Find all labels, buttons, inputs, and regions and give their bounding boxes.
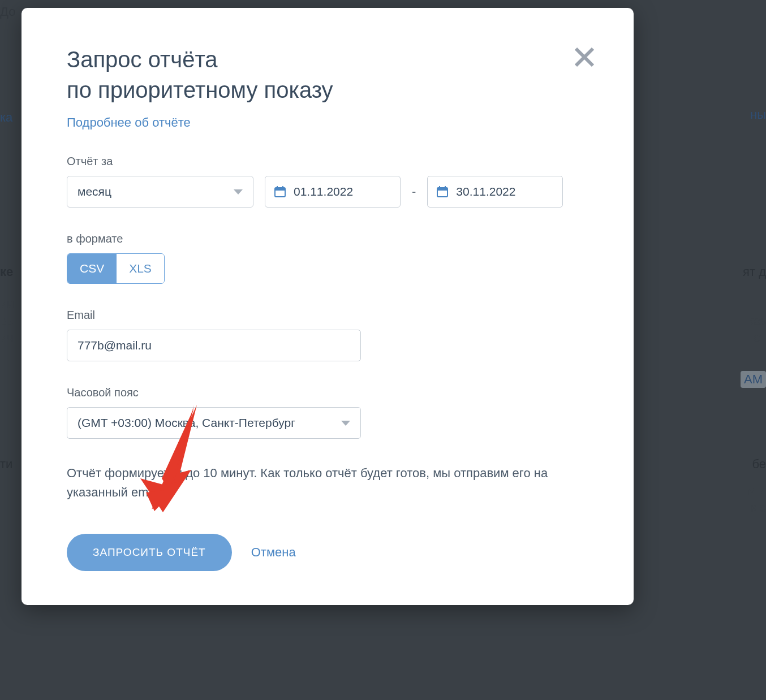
info-text: Отчёт формируется до 10 минут. Как тольк…	[67, 464, 588, 502]
email-value: 777b@mail.ru	[78, 339, 152, 352]
modal-title-line1: Запрос отчёта	[67, 47, 218, 72]
period-unit-select[interactable]: месяц	[67, 176, 253, 208]
svg-rect-5	[282, 186, 283, 189]
date-from-value: 01.11.2022	[294, 185, 353, 198]
svg-rect-3	[275, 188, 285, 191]
date-to-value: 30.11.2022	[456, 185, 515, 198]
modal-title: Запрос отчёта по приоритетному показу	[67, 44, 588, 105]
date-from-input[interactable]: 01.11.2022	[265, 176, 401, 208]
email-label: Email	[67, 309, 588, 322]
svg-rect-9	[445, 186, 446, 189]
timezone-label: Часовой пояс	[67, 386, 588, 399]
calendar-icon	[274, 186, 286, 197]
period-unit-value: месяц	[78, 185, 111, 198]
format-csv-option[interactable]: CSV	[67, 254, 117, 283]
close-button[interactable]	[570, 43, 599, 71]
format-xls-option[interactable]: XLS	[117, 254, 164, 283]
timezone-select[interactable]: (GMT +03:00) Москва, Санкт-Петербург	[67, 407, 361, 439]
date-to-input[interactable]: 30.11.2022	[427, 176, 563, 208]
request-report-button[interactable]: ЗАПРОСИТЬ ОТЧЁТ	[67, 534, 232, 571]
calendar-icon	[437, 186, 448, 197]
period-row: месяц 01.11.2022 - 30.11.2022	[67, 176, 588, 208]
chevron-down-icon	[341, 421, 350, 426]
period-label: Отчёт за	[67, 155, 588, 168]
svg-rect-8	[439, 186, 440, 189]
modal-title-line2: по приоритетному показу	[67, 77, 333, 102]
svg-rect-4	[277, 186, 278, 189]
more-about-report-link[interactable]: Подробнее об отчёте	[67, 115, 191, 129]
email-input[interactable]: 777b@mail.ru	[67, 330, 361, 361]
request-report-modal: Запрос отчёта по приоритетному показу По…	[21, 8, 634, 605]
close-icon	[573, 46, 596, 68]
actions-row: ЗАПРОСИТЬ ОТЧЁТ Отмена	[67, 534, 588, 571]
format-label: в формате	[67, 232, 588, 245]
date-range-dash: -	[412, 184, 416, 199]
svg-rect-7	[437, 188, 447, 191]
format-toggle: CSV XLS	[67, 253, 165, 284]
cancel-link[interactable]: Отмена	[251, 545, 296, 560]
timezone-value: (GMT +03:00) Москва, Санкт-Петербург	[78, 416, 295, 430]
chevron-down-icon	[234, 189, 243, 195]
